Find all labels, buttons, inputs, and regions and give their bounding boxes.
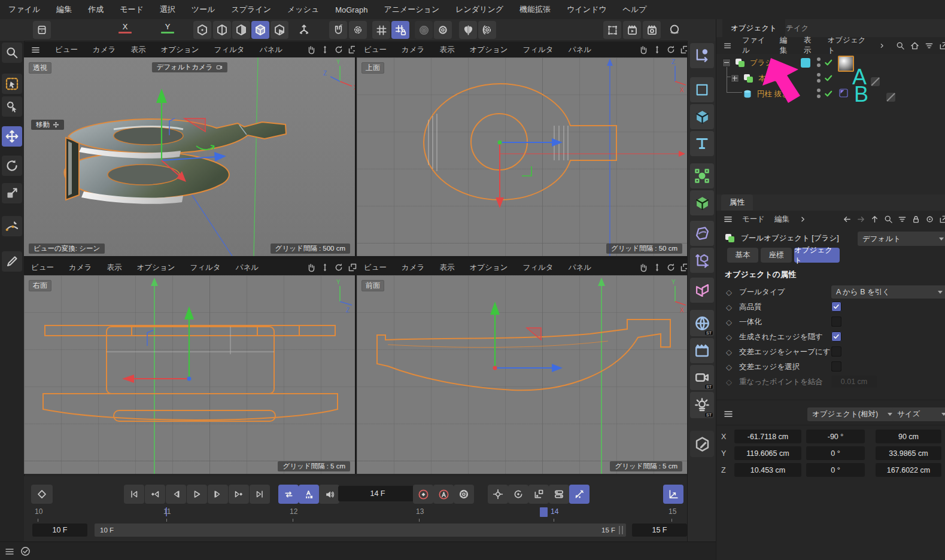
om-search-icon[interactable] — [896, 41, 905, 50]
am-menu-overflow-icon[interactable] — [799, 215, 807, 223]
spline-primitive-button[interactable] — [690, 77, 714, 102]
menu-animation[interactable]: アニメーション — [384, 4, 439, 15]
vp-menu-options[interactable]: オプション — [160, 45, 199, 55]
model-mode-button[interactable] — [251, 21, 269, 39]
viewport-menu-icon[interactable] — [31, 45, 40, 54]
tree-row-boole[interactable]: ブラシ — [716, 55, 945, 71]
dolly-icon[interactable] — [320, 45, 330, 54]
cloner-button[interactable] — [690, 163, 714, 188]
enabled-check-icon[interactable] — [824, 89, 833, 98]
om-menu-view[interactable]: 表示 — [804, 35, 817, 56]
rotate-tool-button[interactable] — [2, 156, 22, 176]
lock-x-button[interactable]: X — [118, 22, 132, 34]
menu-spline[interactable]: スプライン — [231, 4, 271, 15]
rot-p-field[interactable]: 0 ° — [806, 446, 865, 460]
play-button[interactable] — [187, 485, 207, 504]
tab-attributes[interactable]: 属性 — [721, 194, 753, 211]
quantize-settings-button[interactable] — [434, 21, 452, 39]
key-pla-button[interactable] — [569, 485, 590, 504]
dolly-icon[interactable] — [320, 263, 330, 272]
spline-pen-button[interactable] — [2, 216, 22, 236]
tab-coords[interactable]: 座標 — [761, 248, 792, 263]
keyframe-diamond-icon[interactable]: ◇ — [726, 288, 732, 297]
vp-menu-camera[interactable]: カメラ — [93, 45, 116, 55]
workplane-button[interactable] — [372, 21, 390, 39]
pos-z-field[interactable]: 10.453 cm — [734, 463, 801, 477]
om-burger-icon[interactable] — [724, 41, 731, 50]
vp-menu-filter[interactable]: フィルタ — [190, 263, 220, 273]
vp-menu-display[interactable]: 表示 — [130, 45, 145, 55]
coords-mode-dropdown[interactable]: オブジェクト(相対) — [807, 407, 897, 421]
menu-tools[interactable]: ツール — [192, 4, 215, 15]
key-position-button[interactable] — [488, 485, 508, 504]
vp-menu-view[interactable]: ビュー — [55, 45, 78, 55]
pos-y-field[interactable]: 119.6065 cm — [734, 446, 801, 460]
open-timeline-button[interactable] — [663, 485, 683, 504]
tweak-tool-button[interactable] — [2, 96, 22, 117]
coords-burger-icon[interactable] — [724, 409, 733, 419]
dolly-icon[interactable] — [652, 45, 662, 54]
interactive-render-button[interactable] — [666, 21, 683, 39]
coords-size-dropdown[interactable]: サイズ — [892, 407, 945, 421]
keyframe-diamond-icon[interactable]: ◇ — [726, 318, 732, 327]
range-start-field[interactable]: 10 F — [32, 524, 87, 537]
key-rotation-button[interactable] — [508, 485, 528, 504]
orbit-icon[interactable] — [334, 45, 344, 54]
view-label-perspective[interactable]: 透視 — [29, 62, 51, 74]
optimize-points-field[interactable]: 0.01 cm — [831, 376, 877, 388]
sketch-tool-button[interactable] — [2, 251, 22, 272]
vp-menu-panel[interactable]: パネル — [236, 263, 259, 273]
tree-row-cylinder[interactable]: 円柱 抜き型 — [716, 86, 945, 102]
layer-none-swatch[interactable] — [886, 93, 895, 102]
vp-menu-filter[interactable]: フィルタ — [522, 263, 553, 273]
axis-mode-button[interactable] — [295, 21, 313, 39]
camera-button[interactable]: ST — [690, 365, 714, 390]
size-y-field[interactable]: 33.9865 cm — [876, 446, 941, 460]
tree-row-body[interactable]: 本体ブ — [716, 71, 945, 86]
am-forward-icon[interactable] — [856, 215, 865, 224]
keyframe-diamond-icon[interactable]: ◇ — [726, 333, 732, 342]
viewport-top[interactable]: Z X 上面 グリッド間隔 : 50 cm — [357, 57, 687, 256]
keyframe-diamond-icon[interactable]: ◇ — [726, 363, 732, 372]
view-label-top[interactable]: 上面 — [361, 62, 384, 74]
snap-settings-button[interactable] — [349, 21, 367, 39]
sound-button[interactable] — [319, 485, 339, 504]
layer-none-swatch[interactable] — [871, 77, 880, 86]
stage-button[interactable] — [690, 338, 714, 363]
record-keyframe-button[interactable] — [413, 485, 433, 504]
layer-color-swatch[interactable] — [801, 58, 810, 68]
am-lock-icon[interactable] — [911, 215, 920, 224]
object-name[interactable]: ブラシ — [750, 58, 773, 68]
lock-y-button[interactable]: Y — [161, 22, 174, 34]
om-popout-icon[interactable] — [939, 41, 945, 50]
tab-basic[interactable]: 基本 — [727, 248, 758, 263]
am-up-icon[interactable] — [870, 215, 879, 224]
visibility-dots[interactable] — [817, 89, 821, 98]
am-search-icon[interactable] — [884, 215, 893, 224]
preview-range-slider[interactable]: 10 F 15 F — [95, 524, 626, 537]
size-x-field[interactable]: 90 cm — [876, 430, 941, 443]
edges-mode-button[interactable] — [213, 21, 231, 39]
menu-mode[interactable]: モード — [120, 4, 144, 15]
collapse-toggle[interactable] — [722, 59, 731, 67]
vp-menu-options[interactable]: オプション — [469, 45, 508, 55]
pos-x-field[interactable]: -61.7118 cm — [734, 430, 801, 443]
primitive-cube-button[interactable] — [690, 104, 714, 129]
om-menu-file[interactable]: ファイル — [742, 35, 769, 56]
object-name[interactable]: 本体ブ — [758, 74, 781, 84]
symmetry-button[interactable] — [459, 21, 477, 39]
material-thumbnail[interactable] — [838, 56, 854, 72]
expand-toggle[interactable] — [731, 74, 739, 83]
quantize-button[interactable] — [415, 21, 433, 39]
menu-create[interactable]: 作成 — [88, 4, 104, 15]
keyframe-diamond-icon[interactable]: ◇ — [726, 303, 732, 312]
autokey-button[interactable] — [433, 485, 454, 504]
am-menu-edit[interactable]: 編集 — [774, 214, 789, 224]
am-target-icon[interactable] — [925, 215, 934, 224]
om-menu-object[interactable]: オブジェクト — [828, 35, 868, 56]
vp-menu-options[interactable]: オプション — [136, 263, 175, 273]
rot-b-field[interactable]: 0 ° — [806, 463, 865, 477]
range-end-field[interactable]: 15 F — [632, 524, 687, 537]
deformer-button[interactable] — [690, 248, 714, 273]
snap-button[interactable] — [329, 21, 347, 39]
